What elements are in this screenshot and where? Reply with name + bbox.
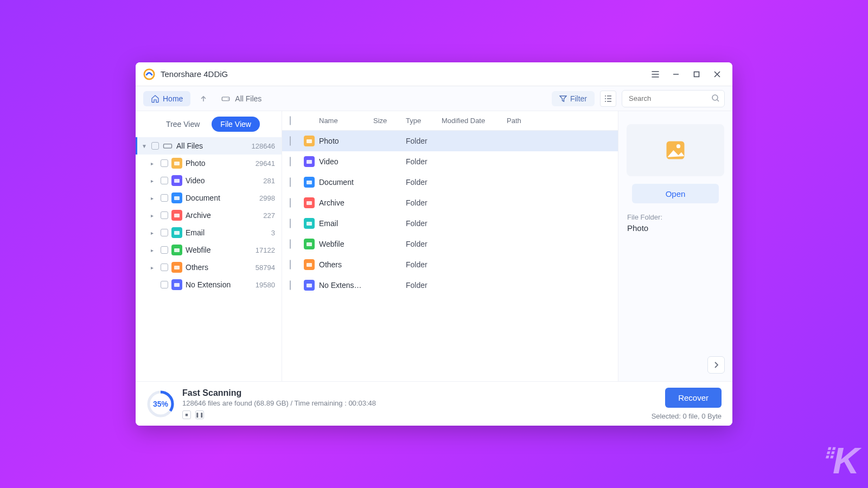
next-button[interactable] [707,356,725,374]
tree-item[interactable]: ▸ Archive 227 [136,207,282,224]
row-name: Archive [319,198,373,207]
tree-item[interactable]: ▸ Video 281 [136,172,282,189]
table-row[interactable]: No Extens… Folder [282,275,618,296]
table-row[interactable]: Archive Folder [282,192,618,213]
home-button-label: Home [163,94,183,103]
col-size[interactable]: Size [373,117,406,125]
tree-item-count: 17122 [256,246,275,254]
list-view-button[interactable] [600,91,616,107]
checkbox[interactable] [290,280,291,290]
folder-icon [304,218,315,229]
tree-item[interactable]: ▸ Email 3 [136,224,282,241]
recover-button[interactable]: Recover [665,388,722,408]
search-wrap [622,90,725,107]
col-type[interactable]: Type [406,117,442,125]
table-row[interactable]: Email Folder [282,213,618,234]
table-row[interactable]: Others Folder [282,254,618,275]
folder-icon [171,192,182,203]
watermark: ⠿K [824,439,857,481]
table-row[interactable]: Photo Folder [282,131,618,151]
close-button[interactable] [710,67,725,82]
search-input[interactable] [622,90,725,107]
checkbox[interactable] [161,194,168,202]
checkbox[interactable] [161,177,168,184]
checkbox[interactable] [161,159,168,167]
pause-button[interactable]: ❚❚ [195,410,204,419]
tree-item-count: 2998 [259,194,275,202]
table-row[interactable]: Webfile Folder [282,234,618,254]
tree-item-count: 19580 [256,281,275,289]
checkbox[interactable] [290,177,291,187]
tree-root-all-files[interactable]: ▼ All Files 128646 [136,137,282,155]
progress-percent: 35% [146,390,175,418]
row-name: Document [319,178,373,187]
up-button[interactable] [196,91,211,106]
breadcrumb[interactable]: All Files [216,94,261,104]
col-modified[interactable]: Modified Date [442,117,507,125]
maximize-button[interactable] [689,67,704,82]
tree-item[interactable]: No Extension 19580 [136,276,282,293]
chevron-right-icon: ▸ [151,265,157,271]
titlebar: Tenorshare 4DDiG [136,62,732,86]
preview-thumbnail [627,124,724,176]
row-name: Others [319,260,373,269]
tab-file-view[interactable]: File View [212,117,260,132]
svg-rect-11 [174,248,180,252]
row-type: Folder [406,240,442,248]
checkbox[interactable] [290,157,291,166]
tab-tree-view[interactable]: Tree View [157,117,208,132]
view-tabs: Tree View File View [136,111,282,137]
home-button[interactable]: Home [143,91,190,106]
table-row[interactable]: Video Folder [282,151,618,172]
tree-item-count: 281 [263,177,275,185]
svg-rect-5 [164,144,172,149]
home-icon [151,94,159,103]
checkbox[interactable] [290,239,291,249]
chevron-right-icon: ▸ [151,195,157,201]
checkbox[interactable] [290,136,291,146]
tree-item-count: 58794 [256,264,275,272]
tree-item[interactable]: ▸ Photo 29641 [136,155,282,172]
checkbox[interactable] [161,229,168,236]
row-name: Photo [319,137,373,145]
col-path[interactable]: Path [507,117,610,125]
row-type: Folder [406,260,442,269]
checkbox[interactable] [290,260,291,269]
filter-icon [559,95,567,102]
tree-item-count: 227 [263,211,275,220]
checkbox[interactable] [161,246,168,254]
status-title: Fast Scanning [182,388,376,398]
checkbox[interactable] [290,219,291,228]
row-type: Folder [406,198,442,207]
checkbox[interactable] [161,281,168,288]
table-header: Name Size Type Modified Date Path [282,111,618,131]
checkbox[interactable] [161,211,168,219]
app-logo-icon [143,68,155,80]
tree-item[interactable]: ▸ Others 58794 [136,259,282,276]
checkbox[interactable] [290,198,291,208]
selection-summary: Selected: 0 file, 0 Byte [652,412,722,420]
image-icon [663,138,687,162]
filter-button[interactable]: Filter [552,91,595,106]
stop-button[interactable]: ■ [182,410,191,419]
checkbox[interactable] [151,142,159,150]
tree-item[interactable]: ▸ Webfile 17122 [136,241,282,259]
tree-item[interactable]: ▸ Document 2998 [136,189,282,207]
file-list: Name Size Type Modified Date Path Photo … [282,111,618,381]
svg-point-4 [712,95,718,100]
open-button[interactable]: Open [632,184,719,203]
folder-icon [171,279,182,290]
svg-rect-19 [307,242,312,246]
minimize-button[interactable] [668,67,684,82]
checkbox[interactable] [161,264,168,271]
svg-rect-16 [307,181,312,184]
search-icon [711,94,720,102]
menu-icon[interactable] [648,67,663,82]
header-checkbox[interactable] [290,116,291,125]
toolbar: Home All Files Filter [136,86,732,111]
progress-ring: 35% [146,390,175,418]
folder-icon [304,136,315,146]
table-row[interactable]: Document Folder [282,172,618,192]
tree-item-label: Document [186,194,220,202]
col-name[interactable]: Name [319,117,373,125]
